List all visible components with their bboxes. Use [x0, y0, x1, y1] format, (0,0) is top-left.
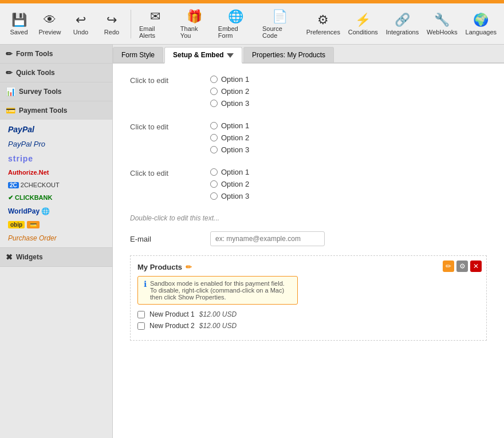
- sidebar-item-survey-tools[interactable]: 📊 Survey Tools: [0, 82, 112, 101]
- email-field-row: E-mail: [130, 231, 487, 246]
- radio-group-1: Option 1 Option 2 Option 3: [210, 75, 249, 108]
- payment-widget-actions: ✏ ⚙ ✕: [443, 261, 482, 272]
- radio-input-2-1[interactable]: [210, 122, 218, 129]
- quick-tools-icon: ✏: [6, 68, 13, 77]
- info-icon: ℹ: [144, 279, 147, 289]
- undo-icon: ↩: [76, 13, 86, 27]
- sidebar: ✏ Form Tools ✏ Quick Tools 📊 Survey Tool…: [0, 45, 113, 438]
- radio-input-1-2[interactable]: [210, 88, 218, 95]
- sidebar-item-paypal[interactable]: PayPal: [0, 122, 112, 137]
- integrations-icon: 🔗: [395, 13, 410, 27]
- sidebar-item-stripe[interactable]: stripe: [0, 151, 112, 166]
- sidebar-item-worldpay[interactable]: WorldPay 🌐: [0, 204, 112, 218]
- sidebar-item-form-tools[interactable]: ✏ Form Tools: [0, 45, 112, 63]
- embed-icon: 🌐: [228, 9, 243, 24]
- radio-option-1-2[interactable]: Option 2: [210, 87, 249, 96]
- form-tools-icon: ✏: [6, 49, 13, 58]
- email-input[interactable]: [210, 231, 325, 246]
- radio-input-1-3[interactable]: [210, 100, 218, 107]
- form-field-group-2: Click to edit Option 1 Option 2 Option 3: [130, 121, 487, 154]
- radio-input-1-1[interactable]: [210, 76, 218, 83]
- toolbar-webhooks[interactable]: 🔧 WebHooks: [424, 10, 460, 38]
- sidebar-section-payment-tools: 💳 Payment Tools PayPal PayPal Pro stripe…: [0, 101, 112, 248]
- radio-option-3-2[interactable]: Option 2: [210, 180, 249, 188]
- sandbox-notice: ℹ Sandbox mode is enabled for this payme…: [137, 276, 298, 305]
- radio-option-1-1[interactable]: Option 1: [210, 75, 249, 84]
- tab-cursor: [227, 53, 234, 58]
- sidebar-item-paypal-pro[interactable]: PayPal Pro: [0, 137, 112, 151]
- toolbar-undo[interactable]: ↩ Undo: [66, 10, 95, 38]
- product-checkbox-1[interactable]: [137, 311, 145, 318]
- form-field-group-3: Click to edit Option 1 Option 2 Option 3: [130, 168, 487, 200]
- radio-group-3: Option 1 Option 2 Option 3: [210, 168, 249, 200]
- sidebar-item-obip[interactable]: obip💳: [0, 218, 112, 231]
- double-click-text[interactable]: Double-click to edit this text...: [130, 214, 487, 222]
- radio-option-3-1[interactable]: Option 1: [210, 168, 249, 176]
- widget-edit-button[interactable]: ✏: [443, 261, 454, 272]
- toolbar-email-alerts[interactable]: ✉ Email Alerts: [136, 7, 175, 41]
- field-label-1[interactable]: Click to edit: [130, 75, 210, 85]
- sidebar-item-authorize[interactable]: Authorize.Net: [0, 166, 112, 179]
- field-label-2[interactable]: Click to edit: [130, 121, 210, 131]
- toolbar-thank-you[interactable]: 🎁 Thank You: [177, 7, 212, 41]
- sidebar-item-purchase-order[interactable]: Purchase Order: [0, 231, 112, 245]
- radio-input-3-1[interactable]: [210, 168, 218, 176]
- radio-option-2-2[interactable]: Option 2: [210, 133, 249, 142]
- sidebar-section-survey-tools: 📊 Survey Tools: [0, 82, 112, 101]
- source-icon: 📄: [272, 9, 288, 24]
- toolbar-saved[interactable]: 💾 Saved: [5, 10, 33, 38]
- preview-icon: 👁: [44, 13, 56, 27]
- radio-group-2: Option 1 Option 2 Option 3: [210, 121, 249, 154]
- sidebar-item-payment-tools[interactable]: 💳 Payment Tools: [0, 101, 112, 120]
- widget-delete-button[interactable]: ✕: [470, 261, 482, 272]
- radio-input-2-3[interactable]: [210, 146, 218, 153]
- toolbar-embed-form[interactable]: 🌐 Embed Form: [215, 7, 257, 41]
- radio-option-2-3[interactable]: Option 3: [210, 145, 249, 154]
- languages-icon: 🌍: [473, 13, 489, 27]
- payment-items-list: PayPal PayPal Pro stripe Authorize.Net 2…: [0, 120, 112, 247]
- radio-option-2-1[interactable]: Option 1: [210, 121, 249, 130]
- thankyou-icon: 🎁: [187, 9, 202, 24]
- tab-setup-embed[interactable]: Setup & Embed: [164, 47, 242, 64]
- sidebar-item-quick-tools[interactable]: ✏ Quick Tools: [0, 64, 112, 82]
- content-area: Form Style Setup & Embed Properties: My …: [113, 45, 504, 438]
- email-label: E-mail: [130, 235, 210, 243]
- edit-pencil-icon: ✏: [186, 263, 192, 271]
- toolbar-preferences[interactable]: ⚙ Preferences: [304, 10, 343, 38]
- sidebar-item-2checkout[interactable]: 2C 2CHECKOUT: [0, 179, 112, 191]
- radio-option-1-3[interactable]: Option 3: [210, 99, 249, 108]
- widget-settings-button[interactable]: ⚙: [456, 261, 468, 272]
- widgets-icon: ✖: [6, 252, 13, 262]
- toolbar-integrations[interactable]: 🔗 Integrations: [383, 10, 422, 38]
- prefs-icon: ⚙: [317, 13, 329, 27]
- toolbar-sep1: [131, 10, 131, 38]
- toolbar-redo[interactable]: ↪ Redo: [97, 10, 126, 38]
- field-label-3[interactable]: Click to edit: [130, 168, 210, 177]
- payment-widget-header: My Products ✏: [137, 263, 479, 271]
- toolbar-languages[interactable]: 🌍 Languages: [463, 10, 499, 38]
- radio-input-2-2[interactable]: [210, 134, 218, 141]
- form-field-group-1: Click to edit Option 1 Option 2 Option 3: [130, 75, 487, 108]
- product-item-2: New Product 2 $12.00 USD: [137, 322, 298, 330]
- radio-input-3-2[interactable]: [210, 180, 218, 188]
- radio-option-3-3[interactable]: Option 3: [210, 192, 249, 200]
- form-canvas: Click to edit Option 1 Option 2 Option 3…: [113, 64, 504, 438]
- tab-properties[interactable]: Properties: My Products: [243, 47, 334, 62]
- product-price-1: $12.00 USD: [199, 310, 237, 318]
- sidebar-item-clickbank[interactable]: ✔ CLICKBANK: [0, 191, 112, 204]
- radio-input-3-3[interactable]: [210, 192, 218, 200]
- sidebar-section-widgets: ✖ Widgets: [0, 248, 112, 267]
- sidebar-item-widgets[interactable]: ✖ Widgets: [0, 248, 112, 266]
- email-icon: ✉: [150, 9, 160, 24]
- toolbar-source-code[interactable]: 📄 Source Code: [259, 7, 301, 41]
- save-icon: 💾: [11, 13, 27, 27]
- product-item-1: New Product 1 $12.00 USD: [137, 310, 298, 318]
- product-checkbox-2[interactable]: [137, 322, 145, 330]
- toolbar-preview[interactable]: 👁 Preview: [36, 10, 64, 38]
- tab-form-style[interactable]: Form Style: [113, 47, 163, 62]
- payment-tools-icon: 💳: [6, 106, 15, 115]
- sidebar-section-form-tools: ✏ Form Tools: [0, 45, 112, 64]
- toolbar-conditions[interactable]: ⚡ Conditions: [345, 10, 381, 38]
- survey-tools-icon: 📊: [6, 87, 15, 96]
- sidebar-section-quick-tools: ✏ Quick Tools: [0, 64, 112, 82]
